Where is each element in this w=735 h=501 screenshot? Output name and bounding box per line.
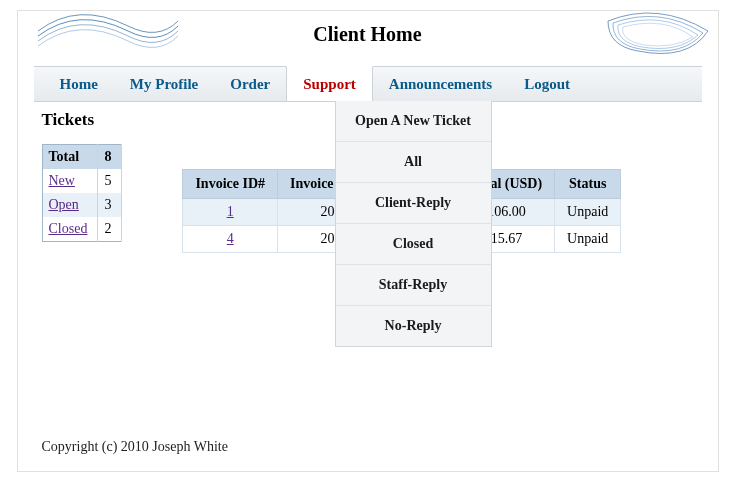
tickets-total-label: Total [42, 145, 98, 170]
nav-announcements[interactable]: Announcements [373, 67, 508, 101]
navbar: Home My Profile Order Support Announceme… [34, 66, 702, 102]
nav-logout[interactable]: Logout [508, 67, 586, 101]
tickets-new-count: 5 [98, 169, 122, 193]
invoice-id-link[interactable]: 1 [227, 204, 234, 219]
tickets-open-link[interactable]: Open [49, 197, 79, 212]
menu-open-new-ticket[interactable]: Open A New Ticket [336, 101, 491, 142]
tickets-new-link[interactable]: New [49, 173, 75, 188]
col-invoice-id: Invoice ID# [183, 170, 278, 199]
tickets-closed-count: 2 [98, 217, 122, 242]
menu-no-reply[interactable]: No-Reply [336, 306, 491, 346]
invoice-status-cell: Unpaid [555, 226, 621, 253]
menu-client-reply[interactable]: Client-Reply [336, 183, 491, 224]
nav-profile[interactable]: My Profile [114, 67, 214, 101]
tickets-closed-link[interactable]: Closed [49, 221, 88, 236]
footer-text: Copyright (c) 2010 Joseph White [42, 439, 228, 455]
menu-closed[interactable]: Closed [336, 224, 491, 265]
tickets-total-value: 8 [98, 145, 122, 170]
nav-order[interactable]: Order [214, 67, 286, 101]
menu-staff-reply[interactable]: Staff-Reply [336, 265, 491, 306]
menu-all[interactable]: All [336, 142, 491, 183]
app-frame: Client Home Home My Profile Order Suppor… [17, 10, 719, 472]
tickets-summary-table: Total 8 New 5 Open 3 Closed 2 [42, 144, 123, 242]
invoice-id-link[interactable]: 4 [227, 231, 234, 246]
header: Client Home [18, 11, 718, 66]
invoice-status-cell: Unpaid [555, 199, 621, 226]
wave-decor-right [598, 11, 718, 70]
tickets-open-count: 3 [98, 193, 122, 217]
nav-support[interactable]: Support [286, 66, 373, 101]
support-dropdown: Open A New Ticket All Client-Reply Close… [335, 101, 492, 347]
col-status: Status [555, 170, 621, 199]
nav-home[interactable]: Home [44, 67, 114, 101]
wave-decor-left [38, 11, 178, 65]
